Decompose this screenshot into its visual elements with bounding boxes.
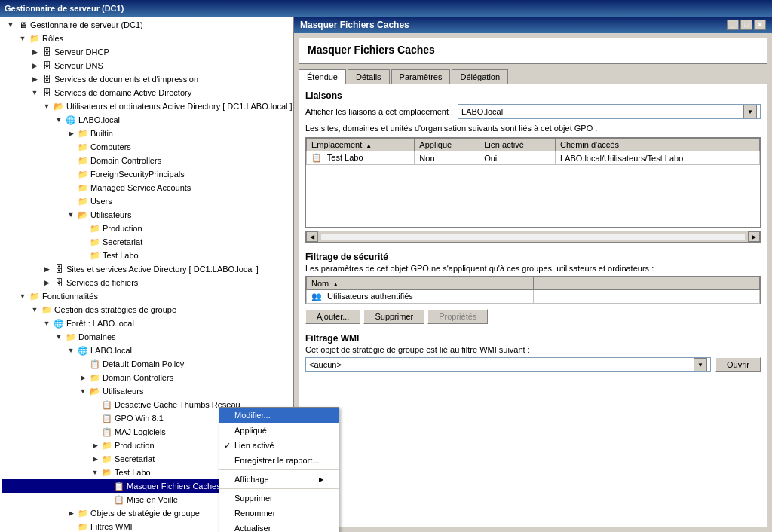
dns-icon: 🗄 xyxy=(41,60,53,72)
context-menu-applique[interactable]: Appliqué xyxy=(219,423,339,438)
dialog-titlebar-buttons: _ □ ✕ xyxy=(727,20,766,30)
app-title: Gestionnaire de serveur (DC1) xyxy=(5,4,124,13)
wmi-dropdown-button[interactable]: ▼ xyxy=(694,358,707,371)
col-lien-active[interactable]: Lien activé xyxy=(479,139,556,151)
tree-item-dc[interactable]: 📁 Domain Controllers xyxy=(2,154,292,167)
tab-parametres[interactable]: Paramètres xyxy=(391,69,451,84)
col-chemin[interactable]: Chemin d'accès xyxy=(556,139,760,151)
desactive-icon: 📋 xyxy=(101,399,113,411)
tree-item-dns[interactable]: ▶ 🗄 Serveur DNS xyxy=(2,59,292,72)
tree-item-production1[interactable]: 📁 Production xyxy=(2,222,292,235)
utilisateurs2-icon: 📂 xyxy=(89,385,101,397)
builtin-icon: 📁 xyxy=(77,127,89,139)
table-row[interactable]: 📋 Test Labo Non Oui LABO.local/Utilisate… xyxy=(307,151,760,165)
tree-item-utilisateurs[interactable]: ▼ 📂 Utilisateurs xyxy=(2,208,292,222)
context-menu-affichage[interactable]: Affichage ▶ xyxy=(219,472,339,487)
tree-item-computers[interactable]: 📁 Computers xyxy=(2,140,292,154)
adds-icon: 🗄 xyxy=(41,87,53,99)
scroll-right-button[interactable]: ▶ xyxy=(748,231,760,242)
col-applique[interactable]: Appliqué xyxy=(415,139,479,151)
gpowin-icon: 📋 xyxy=(101,412,113,424)
tree-item-sites[interactable]: ▶ 🗄 Sites et services Active Directory [… xyxy=(2,262,292,276)
tree-item-defaultdomain[interactable]: 📋 Default Domain Policy xyxy=(2,357,292,371)
horizontal-scrollbar[interactable]: ◀ ▶ xyxy=(305,231,761,243)
cell-applique: Non xyxy=(415,151,479,165)
wmi-section: Filtrage WMI Cet objet de stratégie de g… xyxy=(305,333,761,372)
tree-item-labolocal[interactable]: ▼ 🌐 LABO.local xyxy=(2,344,292,357)
tree-item-dcpolicy[interactable]: ▶ 📁 Domain Controllers xyxy=(2,371,292,384)
tree-item-domaines[interactable]: ▼ 📁 Domaines xyxy=(2,330,292,344)
filtrage-section: Filtrage de sécurité Les paramètres de c… xyxy=(305,252,761,330)
tree-item-usersou[interactable]: ▼ 📂 Utilisateurs et ordinateurs Active D… xyxy=(2,99,292,113)
tree-item-dhcp[interactable]: ▶ 🗄 Serveur DHCP xyxy=(2,45,292,59)
col-emplacement[interactable]: Emplacement ▲ xyxy=(307,139,415,151)
tree-item-users[interactable]: 📁 Users xyxy=(2,194,292,208)
liaisons-dropdown-button[interactable]: ▼ xyxy=(743,105,757,118)
close-button[interactable]: ✕ xyxy=(754,20,766,30)
tree-item-filesvc[interactable]: ▶ 🗄 Services de fichiers xyxy=(2,276,292,289)
tree-item-secretariat1[interactable]: 📁 Secretariat xyxy=(2,235,292,249)
filtrage-sort-arrow: ▲ xyxy=(332,281,339,288)
tree-item-adds[interactable]: ▼ 🗄 Services de domaine Active Directory xyxy=(2,86,292,99)
filtrage-col-nom[interactable]: Nom ▲ xyxy=(307,277,534,290)
tree-item-fsp[interactable]: 📁 ForeignSecurityPrincipals xyxy=(2,167,292,181)
domaines-icon: 📁 xyxy=(65,331,77,343)
filtrage-col-empty xyxy=(533,277,760,290)
tree-item-fonct[interactable]: ▼ 📁 Fonctionnalités xyxy=(2,289,292,303)
folder-icon: 📁 xyxy=(29,32,41,44)
fsp-icon: 📁 xyxy=(77,168,89,180)
filtrage-title: Filtrage de sécurité xyxy=(305,252,761,262)
tree-item-testlabo1[interactable]: 📁 Test Labo xyxy=(2,249,292,262)
dc-icon: 📁 xyxy=(77,154,89,167)
filtrage-buttons: Ajouter... Supprimer Propriétés xyxy=(305,309,761,324)
tree-item-labo[interactable]: ▼ 🌐 LABO.local xyxy=(2,113,292,127)
users-icon: 📁 xyxy=(77,195,89,207)
minimize-button[interactable]: _ xyxy=(727,20,739,30)
tree-item-builtin[interactable]: ▶ 📁 Builtin xyxy=(2,127,292,140)
testlabo1-icon: 📁 xyxy=(89,249,101,261)
docs-icon: 🗄 xyxy=(41,73,53,85)
tab-etendue[interactable]: Étendue xyxy=(299,69,346,84)
msa-icon: 📁 xyxy=(77,182,89,194)
maximize-button[interactable]: □ xyxy=(740,20,752,30)
labo-icon: 🌐 xyxy=(65,114,77,126)
scroll-left-button[interactable]: ◀ xyxy=(306,231,318,242)
wmi-open-button[interactable]: Ouvrir xyxy=(715,357,761,372)
filtrage-row[interactable]: 👥 Utilisateurs authentifiés xyxy=(307,290,760,304)
filtrage-cell-nom: 👥 Utilisateurs authentifiés xyxy=(307,290,534,304)
tree-item-roles[interactable]: ▼ 📁 Rôles xyxy=(2,32,292,45)
tree-item-msa[interactable]: 📁 Managed Service Accounts xyxy=(2,181,292,194)
miseen-icon: 📋 xyxy=(113,494,125,506)
tree-item-root[interactable]: ▼ 🖥 Gestionnaire de serveur (DC1) xyxy=(2,18,292,32)
tab-details[interactable]: Détails xyxy=(348,69,390,84)
context-menu-modifier[interactable]: Modifier... xyxy=(219,408,339,423)
dialog-titlebar: Masquer Fichiers Caches _ □ ✕ xyxy=(294,17,772,33)
context-menu-lien-active[interactable]: Lien activé xyxy=(219,438,339,453)
context-menu-supprimer[interactable]: Supprimer xyxy=(219,491,339,506)
tree-item-utilisateurs2[interactable]: ▼ 📂 Utilisateurs xyxy=(2,384,292,398)
context-menu-actualiser[interactable]: Actualiser xyxy=(219,521,339,532)
tab-delegation[interactable]: Délégation xyxy=(452,69,508,84)
wmi-row: <aucun> ▼ Ouvrir xyxy=(305,357,761,372)
liaisons-dropdown[interactable]: LABO.local ▼ xyxy=(458,104,761,119)
tree-item-foret[interactable]: ▼ 🌐 Forêt : LABO.local xyxy=(2,316,292,330)
context-menu-enregistrer[interactable]: Enregistrer le rapport... xyxy=(219,453,339,468)
wmi-dropdown[interactable]: <aucun> ▼ xyxy=(305,357,711,372)
ajouter-button[interactable]: Ajouter... xyxy=(305,309,360,324)
production2-icon: 📁 xyxy=(101,439,113,451)
fonct-icon: 📁 xyxy=(29,290,41,302)
cell-lien-active: Oui xyxy=(479,151,556,165)
context-menu-sep1 xyxy=(219,469,339,470)
liaisons-row: Afficher les liaisons à cet emplacement … xyxy=(305,104,761,119)
dialog-content-area: Masquer Fichiers Caches Étendue Détails … xyxy=(294,33,772,532)
proprietes-button[interactable]: Propriétés xyxy=(427,309,488,324)
tree-item-gpo[interactable]: ▼ 📁 Gestion des stratégies de groupe xyxy=(2,303,292,316)
scroll-track[interactable] xyxy=(321,234,745,240)
sites-icon: 🗄 xyxy=(53,263,65,275)
dhcp-icon: 🗄 xyxy=(41,46,53,58)
tree-item-docs[interactable]: ▶ 🗄 Services de documents et d'impressio… xyxy=(2,72,292,86)
liaisons-table-container: Emplacement ▲ Appliqué Lien activé xyxy=(305,137,761,228)
context-menu-renommer[interactable]: Renommer xyxy=(219,506,339,521)
tab-content-etendue: Liaisons Afficher les liaisons à cet emp… xyxy=(299,84,767,527)
supprimer-button[interactable]: Supprimer xyxy=(363,309,424,324)
